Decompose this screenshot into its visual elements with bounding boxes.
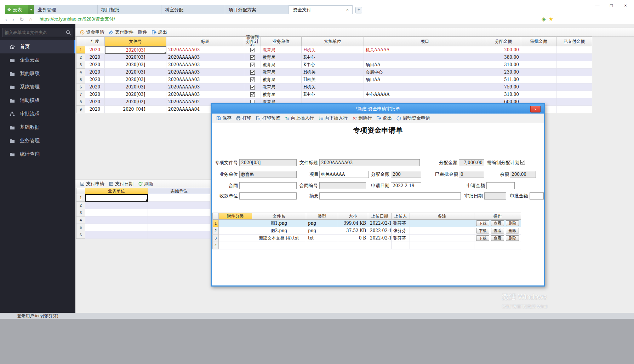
row-number[interactable]: 1 [212, 220, 219, 227]
paid-amount-cell[interactable] [556, 69, 592, 76]
browser-tab[interactable]: 科室分配 [161, 5, 225, 14]
impl-unit-cell[interactable] [148, 209, 210, 216]
attachment-row[interactable]: 3新建文本文档 (4).txttxt0 B2022-02-19张芬芬下载查看删除 [212, 235, 521, 242]
plan-cell[interactable] [244, 54, 261, 61]
row-number[interactable]: 2 [76, 202, 85, 209]
biz-unit-cell[interactable] [85, 224, 148, 231]
attachment-action-删除-button[interactable]: 删除 [506, 235, 519, 241]
table-row[interactable]: 620202020[03]2020AAAAA03教育局H机关759.00 [76, 83, 592, 91]
favorite-star-icon[interactable]: ★ [549, 16, 553, 22]
payment-row[interactable]: 4 [76, 216, 210, 224]
biz-unit-cell[interactable]: 教育局 [261, 83, 302, 91]
year-cell[interactable]: 2020 [85, 98, 105, 106]
row-number[interactable]: 2 [76, 54, 85, 61]
browser-tab[interactable]: 资金支付× [289, 5, 353, 14]
year-cell[interactable]: 2020 [85, 83, 105, 91]
year-cell[interactable]: 2020 [85, 91, 105, 98]
upload-date-cell[interactable]: 2022-02-19 [368, 235, 392, 242]
forward-icon[interactable]: › [12, 17, 14, 22]
file-name-cell[interactable] [252, 242, 306, 249]
sidebar-item-基础数据[interactable]: 基础数据 [0, 121, 75, 134]
biz-unit-cell[interactable] [85, 209, 148, 216]
impl-unit-cell[interactable]: K中心 [302, 54, 364, 61]
impl-unit-cell[interactable] [148, 231, 210, 239]
sidebar-item-我的事项[interactable]: 我的事项 [0, 67, 75, 80]
paid-amount-cell[interactable] [556, 98, 592, 106]
file-size-cell[interactable]: 0 B [338, 235, 368, 242]
year-cell[interactable]: 2020 [85, 106, 105, 113]
table-row[interactable]: 520202020[03]2020AAAAA03教育局H机关项目AA511.00 [76, 76, 592, 83]
maximize-button[interactable]: □ [604, 1, 618, 10]
plan-checkbox[interactable] [250, 70, 255, 75]
sidebar-item-企业云盘[interactable]: 企业云盘 [0, 53, 75, 67]
sidebar-item-辅助模板[interactable]: 辅助模板 [0, 94, 75, 107]
plan-cell[interactable] [244, 76, 261, 83]
payment-row[interactable]: 5 [76, 224, 210, 231]
plan-checkbox[interactable] [250, 85, 255, 89]
attachment-action-删除-button[interactable]: 删除 [506, 228, 519, 233]
file-name-cell[interactable]: 新建文本文档 (4).txt [252, 235, 306, 242]
project-cell[interactable]: 机关AAAAA [364, 46, 486, 54]
file-title-field[interactable] [319, 159, 420, 166]
tab-close-icon[interactable]: × [346, 7, 349, 12]
impl-unit-cell[interactable] [148, 224, 210, 231]
plan-checkbox[interactable] [250, 92, 255, 97]
alloc-amount-cell[interactable]: 511.00 [486, 76, 521, 83]
plan-checkbox[interactable] [520, 160, 525, 164]
biz-unit-cell[interactable] [85, 202, 148, 209]
impl-unit-cell[interactable]: K中心 [302, 91, 364, 98]
alloc-amount-cell[interactable]: 200.00 [486, 46, 521, 54]
biz-unit-cell[interactable]: 教育局 [261, 76, 302, 83]
search-icon[interactable] [66, 30, 71, 35]
plan-cell[interactable] [244, 46, 261, 54]
search-input[interactable] [2, 30, 64, 35]
sidebar-item-统计查询[interactable]: 统计查询 [0, 148, 75, 161]
row-number[interactable]: 5 [76, 224, 85, 231]
biz-unit-cell[interactable]: 教育局 [261, 46, 302, 54]
impl-unit-cell[interactable] [148, 216, 210, 224]
file-type-cell[interactable] [306, 242, 338, 249]
doc-no-cell[interactable]: 2020[03] [105, 69, 166, 76]
file-name-cell[interactable]: 图1.png [252, 220, 306, 227]
doc-no-cell[interactable]: 2020[03] [105, 83, 166, 91]
attachment-action-查看-button[interactable]: 查看 [491, 235, 504, 241]
file-size-cell[interactable]: 399.04 KB [338, 220, 368, 227]
plan-cell[interactable] [244, 69, 261, 76]
file-size-cell[interactable]: 37.52 KB [338, 227, 368, 235]
alloc-amount-cell[interactable]: 759.00 [486, 83, 521, 91]
row-number[interactable]: 4 [76, 216, 85, 224]
paid-amount-cell[interactable] [556, 46, 592, 54]
close-button[interactable]: × [618, 1, 633, 10]
title-cell[interactable]: 2020AAAAA03 [166, 61, 244, 69]
alloc-field[interactable] [391, 171, 421, 178]
row-number[interactable]: 2 [212, 227, 219, 235]
upload-date-cell[interactable]: 2022-02-19 [368, 220, 392, 227]
title-cell[interactable]: 2020AAAAA03 [166, 76, 244, 83]
plan-checkbox[interactable] [250, 77, 255, 82]
payment-row[interactable]: 6 [76, 231, 210, 239]
year-cell[interactable]: 2020 [85, 61, 105, 69]
row-number[interactable]: 7 [76, 91, 85, 98]
paid-amount-cell[interactable] [556, 54, 592, 61]
project-field[interactable] [319, 171, 369, 178]
doc-no-cell[interactable]: 2020【04】 [105, 106, 166, 113]
toolbar-item-向上插入行[interactable]: 向上插入行 [285, 115, 314, 121]
url-text[interactable]: https://cc.iyunbiao.cn/9283/资金支付/ [40, 16, 115, 22]
row-number[interactable]: 1 [76, 46, 85, 54]
attachment-action-下载-button[interactable]: 下载 [476, 228, 489, 233]
row-number[interactable]: 3 [76, 61, 85, 69]
impl-unit-cell[interactable]: H机关 [302, 83, 364, 91]
biz-unit-cell[interactable] [85, 216, 148, 224]
toolbar-item-打印预览[interactable]: 打印预览 [256, 115, 280, 121]
toolbar-item-支付申请[interactable]: 支付申请 [80, 181, 104, 187]
refresh-icon[interactable]: ↻ [19, 17, 24, 22]
balance-field[interactable] [510, 171, 536, 178]
doc-no-cell[interactable]: 2020[02] [105, 98, 166, 106]
approved-amount-cell[interactable] [521, 54, 556, 61]
toolbar-item-附件[interactable]: 附件 [138, 29, 147, 35]
paid-amount-cell[interactable] [556, 83, 592, 91]
alloc-amount-cell[interactable]: 310.00 [486, 91, 521, 98]
doc-no-cell[interactable]: 2020[03] [105, 61, 166, 69]
row-number[interactable]: 4 [212, 242, 219, 249]
title-cell[interactable]: 2020AAAAA03 [166, 91, 244, 98]
